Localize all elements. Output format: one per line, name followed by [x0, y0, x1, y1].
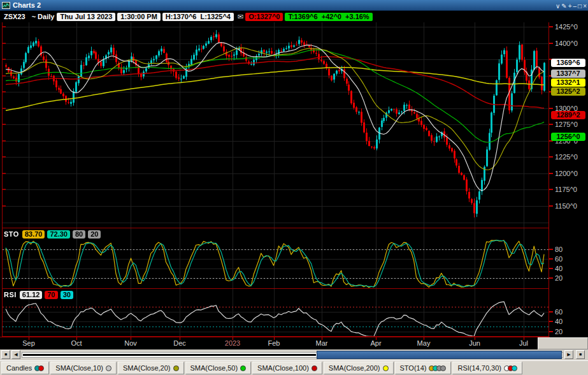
time-box: 1:30:00 PM: [117, 13, 160, 21]
price-label: 1175^0: [555, 186, 577, 193]
window-title: Charts 2: [13, 1, 556, 9]
rsi-values: 61.127030: [20, 291, 76, 299]
month-label: Feb: [268, 339, 280, 347]
titlebar-buttons: ∨✎+–□×: [556, 0, 588, 11]
sto-tick: [549, 268, 553, 269]
legend-color-dot: [512, 365, 517, 371]
legend-item-sma-close-20-[interactable]: SMA(Close,20): [118, 362, 184, 374]
sto-tick: [549, 277, 553, 279]
legend-item-label: SMA(Close,20): [123, 364, 171, 372]
chart-canvas[interactable]: [3, 22, 549, 337]
indicator-value-box: 20: [88, 230, 101, 239]
indicator-value-box: 80: [73, 230, 85, 239]
left-frame-line: [2, 22, 3, 337]
month-label: May: [417, 339, 431, 347]
legend-item-sto-14-[interactable]: STO(14): [395, 362, 452, 374]
price-tick: [549, 189, 553, 190]
legend-color-dot: [240, 365, 246, 371]
close-button[interactable]: ×: [583, 3, 587, 10]
rsi-axis-label: 20: [555, 328, 563, 335]
scrollbar-thumb[interactable]: [317, 351, 562, 359]
scroll-last-button[interactable]: ■: [576, 350, 585, 359]
price-label: 1150^0: [555, 202, 577, 210]
quote-header: ZSX23 ~ Daily Thu Jul 13 2023 1:30:00 PM…: [0, 11, 588, 22]
month-label: Jun: [469, 339, 480, 347]
sma100-value-callout: 1289^2: [551, 111, 585, 119]
month-label: Jul: [519, 339, 528, 347]
sto-header: STO 83.7072.308020: [4, 230, 103, 239]
sma20-value-callout: 1325^2: [551, 87, 585, 96]
chevron-down-icon[interactable]: ∨: [556, 3, 560, 10]
sto-tick: [549, 258, 553, 260]
legend-color-dot: [440, 365, 446, 371]
price-tick: [549, 205, 553, 207]
last-price-callout: 1369^6: [551, 59, 585, 67]
month-label: Oct: [71, 339, 82, 347]
minimize-button[interactable]: –: [573, 3, 577, 10]
sma200-value-callout: 1332^1: [551, 78, 585, 87]
indicator-value-box: 30: [61, 291, 73, 299]
scroll-first-button[interactable]: ■: [1, 350, 10, 359]
legend-item-sma-close-200-[interactable]: SMA(Close,200): [324, 362, 394, 374]
month-label: 2023: [225, 339, 240, 347]
legend-item-rsi-14-70-30-[interactable]: RSI(14,70,30): [452, 362, 522, 374]
price-tick: [549, 108, 553, 109]
legend-item-label: SMA(Close,50): [190, 364, 238, 372]
horizontal-scrollbar[interactable]: ■ ◀ ▶ ■: [0, 349, 588, 360]
legend-item-label: SMA(Close,100): [257, 364, 309, 372]
scroll-left-button[interactable]: ◀: [11, 350, 20, 359]
indicator-value-box: 70: [45, 291, 57, 299]
timeframe-label: ~ Daily: [32, 13, 55, 20]
rsi-axis-label: 60: [555, 308, 563, 316]
indicator-value-box: 83.70: [22, 230, 45, 239]
maximize-button[interactable]: □: [578, 3, 582, 10]
month-label: Mar: [316, 339, 328, 347]
price-label: 1425^0: [555, 23, 578, 31]
month-label: Nov: [124, 339, 137, 347]
pencil-icon[interactable]: ✎: [561, 3, 566, 10]
time-axis: SepOctNovDec2023FebMarAprMayJunJul: [0, 337, 549, 349]
indicator-legend-bar: CandlesSMA(Close,10)SMA(Close,20)SMA(Clo…: [0, 360, 588, 375]
price-axis: 1425^01400^01300^01275^01250^01225^01200…: [549, 22, 588, 337]
legend-item-label: Candles: [6, 364, 32, 372]
legend-color-dot: [38, 365, 44, 371]
legend-color-dot: [106, 365, 111, 371]
high-low-box: H:1370^6 L:1325^4: [162, 13, 234, 21]
legend-item-label: SMA(Close,10): [55, 364, 103, 372]
legend-item-label: STO(14): [400, 364, 427, 372]
price-tick: [549, 26, 553, 27]
axis-corner-box: [538, 337, 588, 349]
price-label: 1400^0: [555, 40, 578, 47]
legend-item-sma-close-10-[interactable]: SMA(Close,10): [50, 362, 117, 374]
last-trade-box: T:1369^6 +42^0 +3.16%: [285, 13, 372, 21]
move-icon[interactable]: +: [568, 3, 572, 10]
symbol-label: ZSX23: [4, 13, 25, 20]
legend-item-candles[interactable]: Candles: [1, 362, 49, 374]
rsi-label: RSI: [4, 291, 17, 298]
rsi-tick: [549, 311, 553, 312]
month-label: Sep: [22, 339, 35, 347]
scrollbar-groove-line: [23, 354, 316, 356]
sto-axis-label: 20: [555, 274, 563, 282]
open-price-box: O:1327^0: [245, 13, 283, 21]
legend-color-dot: [173, 365, 179, 371]
sto-label: STO: [4, 230, 19, 238]
sto-axis-label: 80: [555, 246, 563, 253]
price-tick: [549, 173, 553, 174]
price-tick: [549, 156, 553, 158]
title-bar: Charts 2 ∨✎+–□×: [0, 0, 588, 11]
legend-color-dot: [312, 365, 317, 371]
price-label: 1200^0: [555, 170, 578, 177]
price-label: 1275^0: [555, 121, 578, 128]
month-label: Apr: [370, 339, 381, 347]
scroll-right-button[interactable]: ▶: [564, 350, 573, 359]
rsi-axis-label: 40: [555, 318, 563, 325]
legend-color-dot: [383, 365, 389, 371]
price-label: 1225^0: [555, 153, 578, 161]
sma50-value-callout: 1256^0: [551, 133, 585, 141]
legend-item-sma-close-50-[interactable]: SMA(Close,50): [185, 362, 252, 374]
rsi-header: RSI 61.127030: [4, 290, 76, 299]
legend-item-sma-close-100-[interactable]: SMA(Close,100): [252, 362, 322, 374]
price-tick: [549, 124, 553, 125]
rsi-tick: [549, 321, 553, 322]
